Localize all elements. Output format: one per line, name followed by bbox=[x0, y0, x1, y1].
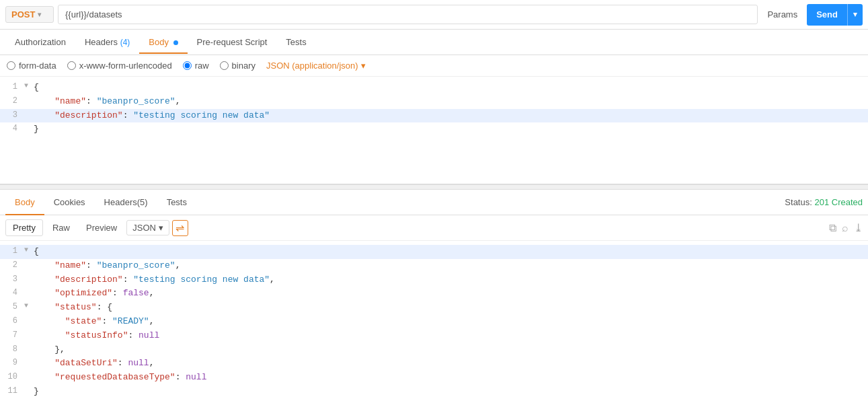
download-icon[interactable]: ⤓ bbox=[854, 221, 863, 234]
option-raw[interactable]: raw bbox=[183, 61, 209, 71]
url-input[interactable] bbox=[58, 5, 758, 24]
req-line-2: 2 "name": "beanpro_score", bbox=[0, 95, 868, 109]
resp-headers-badge: (5) bbox=[137, 197, 148, 207]
request-tabs: Authorization Headers (4) Body Pre-reque… bbox=[0, 30, 868, 55]
request-editor[interactable]: 1 ▼ { 2 "name": "beanpro_score", 3 "desc… bbox=[0, 77, 868, 184]
option-binary[interactable]: binary bbox=[220, 61, 255, 71]
search-icon[interactable]: ⌕ bbox=[842, 222, 849, 234]
resp-line-1: 1 ▼ { bbox=[0, 245, 868, 259]
tab-body[interactable]: Body bbox=[139, 32, 187, 54]
resp-line-2: 2 "name": "beanpro_score", bbox=[0, 259, 868, 273]
resp-line-6: 6 "state": "READY", bbox=[0, 315, 868, 329]
json-type-dropdown[interactable]: JSON (application/json) ▾ bbox=[266, 61, 366, 71]
format-chevron-icon: ▾ bbox=[159, 223, 163, 233]
resp-status-toggle[interactable]: ▼ bbox=[24, 301, 34, 312]
status-info: Status: 201 Created bbox=[785, 197, 863, 207]
resp-tab-cookies[interactable]: Cookies bbox=[44, 190, 95, 215]
format-select[interactable]: JSON ▾ bbox=[126, 220, 169, 235]
option-form-data[interactable]: form-data bbox=[7, 61, 56, 71]
resp-line-4: 4 "optimized": false, bbox=[0, 287, 868, 301]
preview-button[interactable]: Preview bbox=[79, 220, 124, 235]
params-button[interactable]: Params bbox=[762, 7, 803, 22]
req-line-3: 3 "description": "testing scoring new da… bbox=[0, 109, 868, 123]
resp-line-11: 11 } bbox=[0, 385, 868, 399]
tab-prerequest[interactable]: Pre-request Script bbox=[188, 32, 277, 54]
resp-line-8: 8 }, bbox=[0, 343, 868, 357]
status-code: 201 Created bbox=[814, 197, 863, 207]
body-dot bbox=[173, 40, 178, 45]
wrap-icon[interactable]: ⇌ bbox=[172, 220, 188, 236]
panel-divider bbox=[0, 184, 868, 190]
response-toolbar: Pretty Raw Preview JSON ▾ ⇌ ⧉ ⌕ ⤓ bbox=[0, 215, 868, 241]
option-urlencoded[interactable]: x-www-form-urlencoded bbox=[67, 61, 172, 71]
tab-authorization[interactable]: Authorization bbox=[5, 32, 75, 54]
resp-collapse-toggle[interactable]: ▼ bbox=[24, 245, 34, 256]
response-body: 1 ▼ { 2 "name": "beanpro_score", 3 "desc… bbox=[0, 241, 868, 403]
request-bar: POST ▾ Params Send ▾ bbox=[0, 0, 868, 30]
send-chevron-icon[interactable]: ▾ bbox=[847, 4, 863, 26]
collapse-toggle[interactable]: ▼ bbox=[24, 81, 34, 91]
resp-line-7: 7 "statusInfo": null bbox=[0, 329, 868, 343]
resp-right-icons: ⧉ ⌕ ⤓ bbox=[829, 221, 863, 234]
send-label: Send bbox=[807, 9, 847, 20]
raw-button[interactable]: Raw bbox=[46, 220, 77, 235]
resp-line-9: 9 "dataSetUri": null, bbox=[0, 357, 868, 371]
method-chevron-icon: ▾ bbox=[38, 11, 41, 18]
method-label: POST bbox=[11, 9, 35, 20]
resp-tab-tests[interactable]: Tests bbox=[157, 190, 196, 215]
response-header: Body Cookies Headers (5) Tests Status: 2… bbox=[0, 190, 868, 215]
resp-line-10: 10 "requestedDatabaseType": null bbox=[0, 371, 868, 385]
body-options-bar: form-data x-www-form-urlencoded raw bina… bbox=[0, 55, 868, 77]
resp-tab-body[interactable]: Body bbox=[5, 190, 44, 215]
json-dropdown-chevron-icon: ▾ bbox=[361, 61, 366, 71]
resp-tab-headers[interactable]: Headers (5) bbox=[95, 190, 157, 215]
req-line-1: 1 ▼ { bbox=[0, 81, 868, 95]
tab-headers[interactable]: Headers (4) bbox=[75, 32, 139, 54]
pretty-button[interactable]: Pretty bbox=[5, 219, 43, 236]
resp-line-3: 3 "description": "testing scoring new da… bbox=[0, 273, 868, 287]
send-button[interactable]: Send ▾ bbox=[807, 4, 863, 26]
headers-badge: (4) bbox=[120, 38, 130, 47]
tab-tests[interactable]: Tests bbox=[276, 32, 315, 54]
resp-line-5: 5 ▼ "status": { bbox=[0, 301, 868, 315]
req-line-4: 4 } bbox=[0, 122, 868, 137]
method-select[interactable]: POST ▾ bbox=[5, 6, 54, 23]
response-tabs: Body Cookies Headers (5) Tests bbox=[5, 190, 196, 215]
copy-icon[interactable]: ⧉ bbox=[829, 222, 836, 234]
